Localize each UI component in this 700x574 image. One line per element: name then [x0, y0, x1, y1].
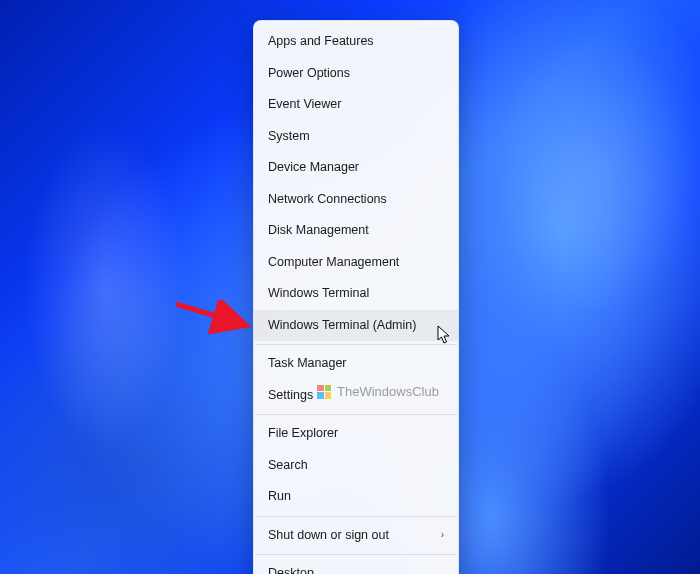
winx-context-menu: Apps and FeaturesPower OptionsEvent View… [253, 20, 459, 574]
menu-item-search[interactable]: Search [254, 450, 458, 482]
menu-divider [255, 554, 457, 555]
menu-item-system[interactable]: System [254, 121, 458, 153]
menu-item-network-connections[interactable]: Network Connections [254, 184, 458, 216]
menu-item-label: Windows Terminal [268, 285, 369, 303]
menu-item-shut-down-or-sign-out[interactable]: Shut down or sign out› [254, 520, 458, 552]
menu-divider [255, 414, 457, 415]
menu-item-label: Settings [268, 387, 313, 405]
menu-item-label: Desktop [268, 565, 314, 574]
windows-logo-icon [317, 385, 331, 399]
menu-item-windows-terminal[interactable]: Windows Terminal [254, 278, 458, 310]
menu-item-desktop[interactable]: Desktop [254, 558, 458, 574]
menu-item-label: Disk Management [268, 222, 369, 240]
menu-item-label: Network Connections [268, 191, 387, 209]
menu-item-run[interactable]: Run [254, 481, 458, 513]
menu-item-label: Shut down or sign out [268, 527, 389, 545]
menu-item-computer-management[interactable]: Computer Management [254, 247, 458, 279]
menu-item-windows-terminal-admin[interactable]: Windows Terminal (Admin) [254, 310, 458, 342]
menu-item-label: Search [268, 457, 308, 475]
menu-item-label: Task Manager [268, 355, 347, 373]
menu-item-apps-and-features[interactable]: Apps and Features [254, 26, 458, 58]
svg-line-0 [176, 304, 242, 324]
menu-item-label: Computer Management [268, 254, 399, 272]
menu-item-label: Apps and Features [268, 33, 374, 51]
menu-item-label: Event Viewer [268, 96, 341, 114]
menu-item-event-viewer[interactable]: Event Viewer [254, 89, 458, 121]
menu-item-label: Windows Terminal (Admin) [268, 317, 416, 335]
menu-item-power-options[interactable]: Power Options [254, 58, 458, 90]
menu-item-label: Power Options [268, 65, 350, 83]
watermark: TheWindowsClub [317, 384, 439, 399]
watermark-text: TheWindowsClub [337, 384, 439, 399]
menu-divider [255, 516, 457, 517]
menu-item-disk-management[interactable]: Disk Management [254, 215, 458, 247]
menu-item-file-explorer[interactable]: File Explorer [254, 418, 458, 450]
menu-item-task-manager[interactable]: Task Manager [254, 348, 458, 380]
menu-item-label: Run [268, 488, 291, 506]
menu-item-device-manager[interactable]: Device Manager [254, 152, 458, 184]
menu-divider [255, 344, 457, 345]
chevron-right-icon: › [441, 528, 444, 542]
menu-item-label: System [268, 128, 310, 146]
menu-item-label: File Explorer [268, 425, 338, 443]
menu-item-label: Device Manager [268, 159, 359, 177]
annotation-arrow [172, 300, 254, 338]
mouse-cursor-icon [437, 325, 451, 349]
